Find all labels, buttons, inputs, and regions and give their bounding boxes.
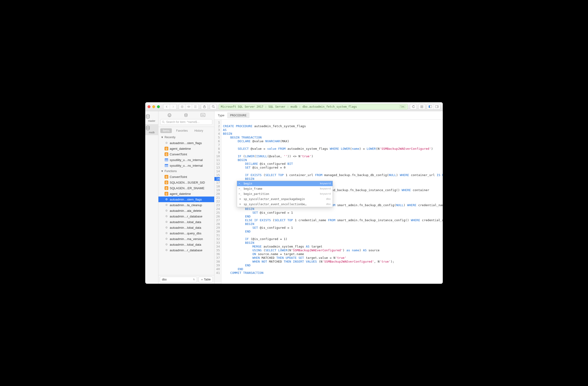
schema-select[interactable]: dbo ⇅ <box>160 277 197 282</box>
tree-item[interactable]: ⚙autoadmin…lobal_data <box>158 242 214 247</box>
function-icon: () <box>165 147 168 151</box>
database-rail: master msdb <box>145 111 158 284</box>
autocomplete-kind: keyword <box>320 182 331 186</box>
tree-item[interactable]: ⚙autoadmin…r_database <box>158 213 214 219</box>
autocomplete-item[interactable]: >_begin_framekeyword <box>237 186 333 191</box>
database-icon[interactable] <box>184 113 188 117</box>
search-button[interactable] <box>210 104 217 110</box>
tree-item-label: autoadmin…lobal_data <box>170 226 201 230</box>
lock-button[interactable] <box>201 104 208 110</box>
autocomplete-label: begin_partition <box>244 192 269 196</box>
window-controls <box>147 105 160 108</box>
tree-item-label: autoadmin…lobal_data <box>170 243 201 246</box>
svg-point-15 <box>185 114 187 115</box>
rail-item-msdb[interactable]: msdb <box>145 124 158 135</box>
connection-icon[interactable] <box>167 113 172 117</box>
chevron-down-icon: ▼ <box>161 170 164 173</box>
nav-forward-button[interactable] <box>170 104 177 109</box>
svg-point-13 <box>146 126 149 127</box>
rail-item-master[interactable]: master <box>145 113 158 124</box>
code-editor[interactable]: 1234567891011121314151617181920212223242… <box>214 120 443 284</box>
tree-item-label: ConvertToInt <box>170 153 187 156</box>
function-icon: () <box>165 152 168 156</box>
breadcrumb[interactable]: Microsoft SQL Server 2017 : SQL Server :… <box>219 104 408 110</box>
tree-item-label: autoadmin…ta_cleanup <box>170 203 202 207</box>
svg-rect-2 <box>203 106 205 108</box>
gear-icon: ⚙ <box>165 231 168 235</box>
tree-item[interactable]: ()agent_datetime <box>158 146 214 151</box>
refresh-button[interactable] <box>410 104 417 110</box>
zoom-icon[interactable] <box>157 105 160 108</box>
tree-item[interactable]: ()ConvertToInt <box>158 151 214 157</box>
tree-item-label: autoadmin…stem_flags <box>170 141 202 145</box>
tree-item[interactable]: ⚙autoadmin…lobal_data <box>158 225 214 230</box>
gear-icon: ⚙ <box>165 214 168 218</box>
svg-text:SQL: SQL <box>201 114 204 116</box>
tab-favorites[interactable]: Favorites <box>174 128 190 133</box>
section-recently[interactable]: ▼ Recently <box>158 135 214 140</box>
section-label: Recently <box>165 136 176 139</box>
section-functions[interactable]: ▼ Functions <box>158 168 214 174</box>
close-icon[interactable] <box>147 105 150 108</box>
tree-item[interactable]: ⚙autoadmin…r_database <box>158 247 214 253</box>
app-window: Microsoft SQL Server 2017 : SQL Server :… <box>145 102 443 284</box>
tree-item[interactable]: sysutility_u…ns_internal <box>158 157 214 163</box>
list-button[interactable] <box>192 104 199 109</box>
sidebar-tree[interactable]: ▼ Recently ⚙autoadmin…stem_flags()agent_… <box>158 135 214 275</box>
autocomplete-item[interactable]: ⚙sp_syscollector_event_oncollectionbe…db… <box>237 202 333 207</box>
tab-history[interactable]: History <box>192 128 206 133</box>
minimize-icon[interactable] <box>152 105 155 108</box>
autocomplete-item[interactable]: >_begin_partitionkeyword <box>237 191 333 196</box>
function-icon: () <box>165 186 168 190</box>
tree-item[interactable]: ⚙autoadmin…ma_version <box>158 236 214 242</box>
tree-item[interactable]: ()ConvertToInt <box>158 174 214 180</box>
tab-items[interactable]: Items <box>160 128 172 133</box>
main-pane: Type PROCEDURE 1234567891011121314151617… <box>214 111 443 284</box>
panel-toggle-group <box>427 104 441 110</box>
tree-item[interactable]: ⚙autoadmin…stem_flags <box>158 196 214 202</box>
autocomplete-item[interactable]: >_beginkeyword <box>237 181 333 186</box>
rail-label: msdb <box>149 131 154 134</box>
tree-item[interactable]: ()SQLAGEN…SUSER_SID <box>158 180 214 185</box>
tree-item[interactable]: ⚙autoadmin…lobal_data <box>158 219 214 225</box>
titlebar: Microsoft SQL Server 2017 : SQL Server :… <box>145 102 443 111</box>
database-icon <box>145 126 158 131</box>
sidebar-search[interactable]: Search for item: ^name$… <box>160 119 212 125</box>
autocomplete-item[interactable]: ⚙sp_syscollector_event_onpackagebegindbo <box>237 196 333 202</box>
autocomplete-label: begin <box>244 182 252 186</box>
grid-button[interactable] <box>418 104 425 110</box>
svg-rect-4 <box>421 106 421 106</box>
svg-point-3 <box>212 106 214 107</box>
stop-button[interactable] <box>179 104 186 109</box>
nav-back-button[interactable] <box>163 104 170 109</box>
nav-back-forward <box>163 104 177 110</box>
sidebar-top: SQL Search for item: ^name$… <box>158 111 214 127</box>
tree-item[interactable]: sysutility_u…ns_internal <box>158 163 214 168</box>
sql-icon[interactable]: SQL <box>201 113 205 117</box>
type-chip[interactable]: PROCEDURE <box>227 112 249 118</box>
svg-rect-9 <box>429 106 430 108</box>
function-icon: () <box>165 175 168 179</box>
tree-item[interactable]: ⚙autoadmin…stem_flags <box>158 140 214 146</box>
tree-item-label: autoadmin…ata_delete <box>170 209 201 212</box>
gear-icon: ⚙ <box>165 226 168 230</box>
gear-icon: ⚙ <box>165 243 168 246</box>
gear-icon: ⚙ <box>165 237 168 241</box>
keyword-icon: >_ <box>238 192 242 196</box>
tree-item[interactable]: ⚙autoadmin…query_dbs <box>158 230 214 236</box>
svg-point-14 <box>168 114 171 117</box>
gear-icon: ⚙ <box>165 203 168 207</box>
svg-point-1 <box>188 106 189 107</box>
plus-icon: ＋ <box>201 278 203 282</box>
preview-button[interactable] <box>186 104 192 109</box>
tree-item[interactable]: ()SQLAGEN…ER_SNAME <box>158 185 214 191</box>
svg-rect-20 <box>165 159 168 159</box>
gear-icon: ⚙ <box>238 197 242 201</box>
add-table-button[interactable]: ＋ Table <box>198 277 213 282</box>
left-panel-toggle[interactable] <box>427 104 434 109</box>
tree-item[interactable]: ⚙autoadmin…ta_cleanup <box>158 202 214 208</box>
tree-item[interactable]: ⚙autoadmin…ata_delete <box>158 208 214 213</box>
sidebar-mode-icons: SQL <box>160 113 212 119</box>
tree-item[interactable]: ()agent_datetime <box>158 191 214 196</box>
right-panel-toggle[interactable] <box>434 104 440 109</box>
